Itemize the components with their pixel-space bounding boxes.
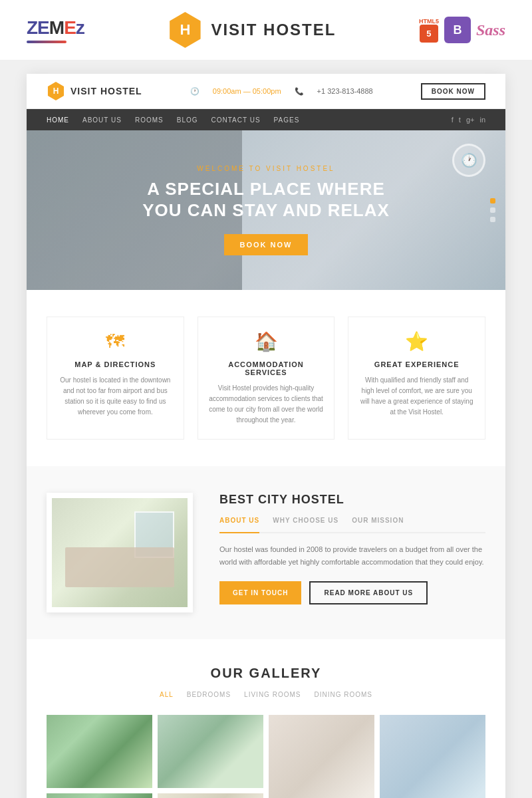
about-buttons: GET IN TOUCH READ MORE ABOUT US bbox=[219, 581, 485, 604]
hex-icon: H bbox=[167, 12, 203, 48]
feature-accommodation-text: Visit Hostel provides high-quality accom… bbox=[208, 383, 325, 426]
facebook-icon[interactable]: f bbox=[452, 116, 454, 124]
feature-accommodation-title: ACCOMMODATION SERVICES bbox=[208, 360, 325, 376]
main-wrap: H VISIT HOSTEL 🕐 09:00am — 05:00pm 📞 +1 … bbox=[0, 61, 532, 798]
hero-content: WELCOME TO VISIT HOSTEL A SPECIAL PLACE … bbox=[142, 165, 390, 255]
gallery-item-6[interactable] bbox=[158, 793, 263, 798]
site-logo-text: VISIT HOSTEL bbox=[70, 86, 142, 96]
filter-dining-rooms[interactable]: DINING ROOMS bbox=[314, 691, 372, 698]
site-nav: HOME ABOUT US ROOMS BLOG CONTACT US PAGE… bbox=[27, 109, 505, 130]
feature-card-map: 🗺 MAP & DIRECTIONS Our hostel is located… bbox=[47, 317, 184, 440]
about-tabs: ABOUT US WHY CHOOSE US OUR MISSION bbox=[219, 517, 485, 533]
feature-card-accommodation: 🏠 ACCOMMODATION SERVICES Visit Hostel pr… bbox=[198, 317, 335, 440]
tab-mission[interactable]: OUR MISSION bbox=[352, 517, 404, 527]
filter-all[interactable]: ALL bbox=[160, 691, 174, 698]
about-image-desk bbox=[65, 547, 174, 587]
zemes-logo-wrap: ZEMEz bbox=[27, 17, 84, 43]
hero-title: A SPECIAL PLACE WHEREYOU CAN STAY AND RE… bbox=[142, 179, 390, 220]
hero-dot-1[interactable] bbox=[490, 198, 495, 203]
site-preview: H VISIT HOSTEL 🕐 09:00am — 05:00pm 📞 +1 … bbox=[27, 74, 505, 798]
bootstrap-badge: B bbox=[444, 17, 471, 43]
nav-home[interactable]: HOME bbox=[47, 116, 69, 124]
phone-icon: 📞 bbox=[295, 87, 304, 96]
accommodation-icon: 🏠 bbox=[208, 331, 325, 352]
about-image bbox=[47, 493, 193, 612]
book-now-button[interactable]: BOOK NOW bbox=[421, 83, 485, 100]
site-header: H VISIT HOSTEL 🕐 09:00am — 05:00pm 📞 +1 … bbox=[27, 74, 505, 109]
hero-section: 🕐 WELCOME TO VISIT HOSTEL A SPECIAL PLAC… bbox=[27, 130, 505, 290]
nav-blog[interactable]: BLOG bbox=[177, 116, 198, 124]
feature-card-experience: ⭐ GREAT EXPERIENCE With qualified and fr… bbox=[348, 317, 485, 440]
feature-map-title: MAP & DIRECTIONS bbox=[57, 360, 174, 368]
sass-badge: Sass bbox=[476, 21, 505, 39]
gallery-title: OUR GALLERY bbox=[47, 666, 485, 681]
hero-dot-2[interactable] bbox=[490, 207, 495, 213]
nav-links: HOME ABOUT US ROOMS BLOG CONTACT US PAGE… bbox=[47, 116, 299, 124]
tab-why-choose[interactable]: WHY CHOOSE US bbox=[273, 517, 338, 527]
html5-badge: 5 bbox=[420, 25, 438, 43]
gallery-item-4[interactable] bbox=[380, 715, 485, 798]
nav-pages[interactable]: PAGES bbox=[274, 116, 300, 124]
top-banner: ZEMEz H VISIT HOSTEL HTML5 5 B Sass bbox=[0, 0, 532, 61]
nav-rooms[interactable]: ROOMS bbox=[135, 116, 164, 124]
tech-badges: HTML5 5 B Sass bbox=[419, 17, 505, 43]
tab-about-us[interactable]: ABOUT US bbox=[219, 517, 259, 533]
googleplus-icon[interactable]: g+ bbox=[466, 116, 475, 124]
gallery-item-1[interactable] bbox=[47, 715, 152, 788]
hero-subtitle: WELCOME TO VISIT HOSTEL bbox=[142, 165, 390, 172]
gallery-grid bbox=[47, 715, 485, 798]
business-hours: 09:00am — 05:00pm bbox=[213, 87, 281, 95]
feature-experience-title: GREAT EXPERIENCE bbox=[358, 360, 475, 368]
clock-decoration: 🕐 bbox=[452, 144, 485, 177]
gallery-filters: ALL BEDROOMS LIVING ROOMS DINING ROOMS bbox=[47, 691, 485, 698]
feature-map-text: Our hostel is located in the downtown an… bbox=[57, 375, 174, 418]
about-content: BEST CITY HOSTEL ABOUT US WHY CHOOSE US … bbox=[193, 493, 485, 612]
nav-contact[interactable]: CONTACT US bbox=[211, 116, 261, 124]
features-section: 🗺 MAP & DIRECTIONS Our hostel is located… bbox=[27, 290, 505, 466]
site-hex-icon: H bbox=[47, 82, 65, 100]
html5-label: HTML5 bbox=[419, 18, 439, 25]
hero-cta-button[interactable]: BOOK NOW bbox=[224, 234, 309, 255]
phone-number: +1 323-813-4888 bbox=[317, 87, 373, 95]
gallery-item-2[interactable] bbox=[158, 715, 263, 788]
about-title: BEST CITY HOSTEL bbox=[219, 493, 485, 507]
get-in-touch-button[interactable]: GET IN TOUCH bbox=[219, 581, 301, 604]
center-logo-text: VISIT HOSTEL bbox=[211, 21, 336, 39]
zemes-underline bbox=[27, 41, 66, 43]
site-logo: H VISIT HOSTEL bbox=[47, 82, 142, 100]
nav-about[interactable]: ABOUT US bbox=[82, 116, 122, 124]
instagram-icon[interactable]: in bbox=[479, 116, 485, 124]
twitter-icon[interactable]: t bbox=[459, 116, 461, 124]
about-section: BEST CITY HOSTEL ABOUT US WHY CHOOSE US … bbox=[27, 466, 505, 639]
map-icon: 🗺 bbox=[57, 331, 174, 352]
read-more-button[interactable]: READ MORE ABOUT US bbox=[309, 581, 428, 604]
about-text: Our hostel was founded in 2008 to provid… bbox=[219, 543, 485, 568]
zemes-logo: ZEMEz bbox=[27, 17, 84, 39]
experience-icon: ⭐ bbox=[358, 331, 475, 352]
social-icons: f t g+ in bbox=[452, 116, 485, 124]
site-header-info: 🕐 09:00am — 05:00pm 📞 +1 323-813-4888 bbox=[190, 87, 373, 96]
hero-dots bbox=[490, 198, 495, 222]
gallery-item-5[interactable] bbox=[47, 793, 152, 798]
clock-icon: 🕐 bbox=[190, 87, 200, 96]
gallery-section: OUR GALLERY ALL BEDROOMS LIVING ROOMS DI… bbox=[27, 639, 505, 798]
gallery-item-3[interactable] bbox=[269, 715, 374, 798]
center-logo: H VISIT HOSTEL bbox=[167, 12, 336, 48]
feature-experience-text: With qualified and friendly staff and hi… bbox=[358, 375, 475, 418]
filter-bedrooms[interactable]: BEDROOMS bbox=[187, 691, 231, 698]
filter-living-rooms[interactable]: LIVING ROOMS bbox=[244, 691, 301, 698]
hero-dot-3[interactable] bbox=[490, 217, 495, 222]
